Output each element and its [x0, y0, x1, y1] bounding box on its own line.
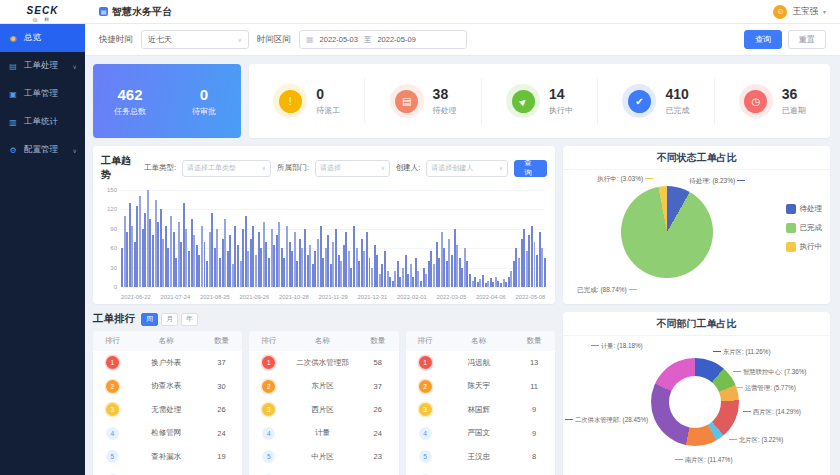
rank-tab-周[interactable]: 周	[141, 313, 158, 326]
dept-donut-chart: 东片区: (11.26%)智慧联控中心: (7.36%)运营管理: (5.77%…	[563, 336, 830, 475]
legend-item[interactable]: 已完成	[786, 223, 823, 233]
date-range-input[interactable]: ▦ 2022-05-03 至 2022-05-09	[299, 30, 467, 49]
logo-text: SECK	[27, 5, 59, 16]
table-row: 2 陈天宇 11	[406, 375, 555, 399]
pending-approval-label: 待审批	[167, 106, 241, 117]
legend-swatch	[786, 242, 796, 252]
chevron-down-icon: ∨	[258, 165, 266, 171]
quick-time-select[interactable]: 近七天 ∨	[141, 30, 249, 49]
rank-badge: 3	[106, 403, 119, 416]
status-stats-card: ! 0 待派工 ▤ 38 待处理 ▶ 14 执行中 ✔ 410 已完成 ◷ 36…	[249, 64, 830, 138]
donut-label: 智慧联控中心: (7.36%)	[731, 368, 806, 377]
chevron-icon: ∨	[73, 147, 77, 154]
reset-button[interactable]: 重置	[788, 30, 826, 49]
department-label: 所属部门:	[277, 163, 309, 173]
rank-badge: 5	[262, 450, 275, 463]
trend-search-button[interactable]: 查询	[514, 160, 547, 177]
status-pie-title: 不同状态工单占比	[563, 146, 830, 170]
status-pie-chart: 待处理 已完成 执行中 待处理: (8.23%)已完成: (88.74%)执行中…	[563, 170, 830, 304]
table-row: 3 林国辉 9	[406, 398, 555, 422]
user-menu[interactable]: ☺ 王宝强 ▾	[773, 5, 840, 19]
alarm-icon: ◷	[739, 84, 773, 118]
table-row: 4 检修管网 24	[93, 422, 242, 446]
app-title: ▤ 智慧水务平台	[99, 5, 172, 19]
donut-label: 计量: (18.18%)	[589, 342, 643, 351]
table-row: 2 协查水表 30	[93, 375, 242, 399]
sidebar-item-order-process[interactable]: ▤ 工单处理 ∨	[0, 52, 85, 80]
rank-badge: 2	[262, 380, 275, 393]
table-row: 6 核对户表 17	[93, 469, 242, 475]
stat-待派工: ! 0 待派工	[249, 78, 364, 124]
table-row: 1 二次供水管理部 58	[249, 351, 398, 375]
table-row: 6 刘乃龙 8	[406, 469, 555, 475]
pie-label: 执行中: (3.03%)	[597, 175, 655, 184]
table-row: 6 北片区 13	[249, 469, 398, 475]
donut-label: 南片区: (11.47%)	[673, 456, 732, 465]
search-button[interactable]: 查询	[744, 30, 782, 49]
department-select[interactable]: 请选择 ∨	[315, 160, 390, 177]
paper-plane-icon: ▶	[506, 84, 540, 118]
dashboard-icon: ◉	[8, 34, 18, 43]
legend-item[interactable]: 待处理	[786, 204, 823, 214]
sidebar-item-dashboard[interactable]: ◉ 总览	[0, 24, 85, 52]
rank-badge: 4	[262, 427, 275, 440]
rank-table-2: 排行名称数量 1 二次供水管理部 58 2 东片区 37 3 西片区 26 4 …	[249, 331, 398, 475]
table-row: 2 东片区 37	[249, 375, 398, 399]
stat-已逾期: ◷ 36 已逾期	[714, 78, 830, 124]
shield-check-icon: ✔	[622, 84, 656, 118]
rank-tab-月[interactable]: 月	[161, 313, 178, 326]
rank-badge: 4	[419, 427, 432, 440]
avatar[interactable]: ☺	[773, 5, 787, 19]
status-pie-card: 不同状态工单占比 待处理 已完成 执行中 待处理: (8.23%)已完成: (8…	[563, 146, 830, 304]
donut-label: 北片区: (3.22%)	[727, 436, 783, 445]
creator-select[interactable]: 请选择创建人 ∨	[426, 160, 508, 177]
main-content: 462 任务总数 0 待审批 ! 0 待派工 ▤ 38 待处理 ▶ 14 执行中…	[85, 56, 840, 475]
rank-badge: 5	[419, 450, 432, 463]
user-name: 王宝强	[792, 6, 818, 18]
legend-swatch	[786, 204, 796, 214]
table-row: 4 计量 24	[249, 422, 398, 446]
table-row: 3 无需处理 26	[93, 398, 242, 422]
stat-已完成: ✔ 410 已完成	[597, 78, 713, 124]
order-type-label: 工单类型:	[144, 163, 176, 173]
rank-table-1: 排行名称数量 1 换户外表 37 2 协查水表 30 3 无需处理 26 4 检…	[93, 331, 242, 475]
sidebar-item-order-manage[interactable]: ▣ 工单管理	[0, 80, 85, 108]
donut-label: 西片区: (14.29%)	[741, 408, 801, 417]
stat-执行中: ▶ 14 执行中	[481, 78, 597, 124]
pie-label: 已完成: (88.74%)	[577, 286, 639, 295]
stat-待处理: ▤ 38 待处理	[364, 78, 480, 124]
legend-item[interactable]: 执行中	[786, 242, 823, 252]
legend-swatch	[786, 223, 796, 233]
donut-label: 东片区: (11.26%)	[711, 348, 770, 357]
total-tasks-label: 任务总数	[93, 106, 167, 117]
order-process-icon: ▤	[8, 62, 18, 71]
rank-badge: 1	[262, 356, 275, 369]
pending-approval-value: 0	[167, 86, 241, 103]
ranking-title: 工单排行	[93, 312, 135, 326]
rank-tab-年[interactable]: 年	[181, 313, 198, 326]
time-range-label: 时间区间	[257, 34, 291, 46]
order-manage-icon: ▣	[8, 90, 18, 99]
rank-table-3: 排行名称数量 1 冯远航 13 2 陈天宇 11 3 林国辉 9 4 严国文 9…	[406, 331, 555, 475]
sidebar-item-order-stats[interactable]: ▥ 工单统计	[0, 108, 85, 136]
trend-title: 工单趋势	[101, 154, 136, 182]
dept-donut-title: 不同部门工单占比	[563, 312, 830, 336]
logo-subtext: 山 科	[0, 18, 85, 23]
pie-label: 待处理: (8.23%)	[689, 177, 747, 186]
app-icon: ▤	[99, 7, 108, 16]
warning-icon: !	[273, 84, 307, 118]
trend-chart-card: 工单趋势 工单类型: 请选择工单类型 ∨ 所属部门: 请选择 ∨ 创建人: 请选…	[93, 146, 555, 304]
rank-badge: 1	[106, 356, 119, 369]
table-row: 5 中片区 23	[249, 445, 398, 469]
sidebar-item-settings[interactable]: ⚙ 配置管理 ∨	[0, 136, 85, 164]
total-tasks-card: 462 任务总数 0 待审批	[93, 64, 241, 138]
quick-time-label: 快捷时间	[99, 34, 133, 46]
logo: SECK 山 科	[0, 1, 85, 23]
date-end: 2022-05-09	[377, 35, 415, 44]
rank-badge: 5	[106, 450, 119, 463]
order-type-select[interactable]: 请选择工单类型 ∨	[182, 160, 271, 177]
order-stats-icon: ▥	[8, 118, 18, 127]
date-separator: 至	[364, 35, 372, 45]
chevron-down-icon: ∨	[495, 165, 503, 171]
dept-donut-card: 不同部门工单占比 东片区: (11.26%)智慧联控中心: (7.36%)运营管…	[563, 312, 830, 475]
